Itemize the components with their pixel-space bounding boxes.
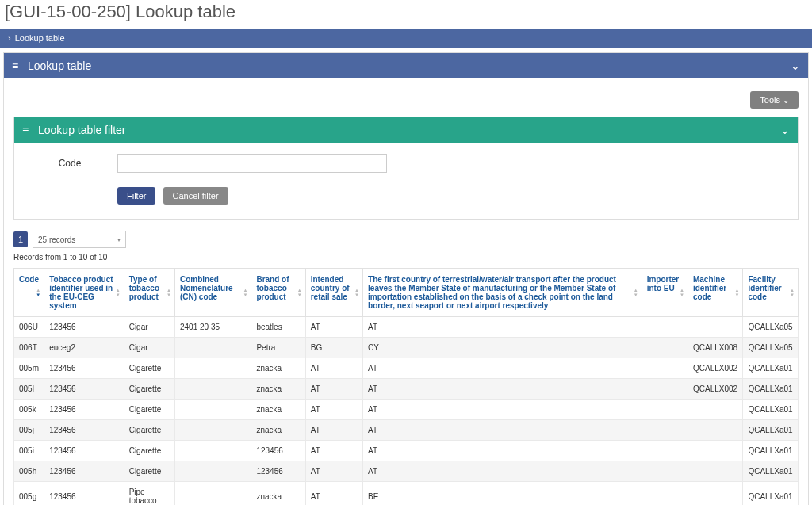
cell-importer <box>642 461 688 482</box>
cell-machine <box>688 482 742 506</box>
cell-importer <box>642 400 688 420</box>
breadcrumb: › Lookup table <box>0 29 812 48</box>
filter-panel-title: Lookup table filter <box>38 124 126 136</box>
cell-code: 005g <box>14 482 44 506</box>
cell-cn <box>174 482 251 506</box>
cell-importer <box>642 338 688 358</box>
col-header-country[interactable]: Intended country of retail sale▲▼ <box>305 269 362 317</box>
cell-brand: Petra <box>251 338 305 358</box>
cell-type: Cigarette <box>124 358 174 379</box>
code-input[interactable] <box>117 154 387 173</box>
col-header-tpi[interactable]: Tobacco product identifier used in the E… <box>44 269 124 317</box>
col-header-type[interactable]: Type of tobacco product▲▼ <box>124 269 174 317</box>
cell-first: AT <box>363 358 642 379</box>
main-panel-title: Lookup table <box>28 59 91 72</box>
menu-icon[interactable] <box>12 59 23 72</box>
cell-brand: znacka <box>251 400 305 420</box>
cell-tpi: 123456 <box>44 482 124 506</box>
table-row[interactable]: 006Teuceg2CigarPetraBGCYQCALLX008QCALLXa… <box>14 338 799 358</box>
cell-importer <box>642 482 688 506</box>
pager-top: 1 25 records <box>9 228 803 251</box>
table-row[interactable]: 005l123456CigaretteznackaATATQCALLX002QC… <box>14 379 799 400</box>
cell-machine <box>688 461 742 482</box>
chevron-right-icon: › <box>8 33 11 43</box>
cell-machine <box>688 420 742 441</box>
cell-facility: QCALLXa01 <box>743 379 799 400</box>
cell-first: BE <box>363 482 642 506</box>
cell-first: AT <box>363 379 642 400</box>
table-row[interactable]: 005i123456Cigarette123456ATATQCALLXa01 <box>14 441 799 461</box>
cell-facility: QCALLXa01 <box>743 441 799 461</box>
cell-cn <box>174 420 251 441</box>
cell-tpi: 123456 <box>44 420 124 441</box>
cell-first: AT <box>363 461 642 482</box>
cell-type: Cigar <box>124 317 174 338</box>
cell-country: AT <box>305 317 362 338</box>
cell-importer <box>642 358 688 379</box>
cell-importer <box>642 441 688 461</box>
table-row[interactable]: 005j123456CigaretteznackaATATQCALLXa01 <box>14 420 799 441</box>
cell-country: AT <box>305 461 362 482</box>
page-size-select[interactable]: 25 records <box>33 231 126 248</box>
cell-tpi: euceg2 <box>44 338 124 358</box>
cell-tpi: 123456 <box>44 358 124 379</box>
table-row[interactable]: 005h123456Cigarette123456ATATQCALLXa01 <box>14 461 799 482</box>
cell-code: 005k <box>14 400 44 420</box>
cell-type: Cigarette <box>124 379 174 400</box>
col-header-first[interactable]: The first country of terrestrial/water/a… <box>363 269 642 317</box>
tools-button[interactable]: Tools <box>750 91 799 109</box>
cell-type: Cigarette <box>124 441 174 461</box>
cell-importer <box>642 379 688 400</box>
cell-first: CY <box>363 338 642 358</box>
cell-brand: 123456 <box>251 441 305 461</box>
cell-country: AT <box>305 420 362 441</box>
col-header-importer[interactable]: Importer into EU▲▼ <box>642 269 688 317</box>
page-title: [GUI-15-00-250] Lookup table <box>0 0 812 29</box>
cell-machine <box>688 317 742 338</box>
cell-importer <box>642 317 688 338</box>
cell-cn <box>174 441 251 461</box>
cell-cn <box>174 461 251 482</box>
cell-code: 005i <box>14 441 44 461</box>
cell-machine: QCALLX002 <box>688 358 742 379</box>
cell-importer <box>642 420 688 441</box>
cell-tpi: 123456 <box>44 461 124 482</box>
cell-cn <box>174 338 251 358</box>
cell-brand: 123456 <box>251 461 305 482</box>
cell-tpi: 123456 <box>44 317 124 338</box>
cell-country: AT <box>305 400 362 420</box>
pager-page-1[interactable]: 1 <box>13 231 28 247</box>
cell-country: AT <box>305 482 362 506</box>
table-row[interactable]: 005k123456CigaretteznackaATATQCALLXa01 <box>14 400 799 420</box>
cell-brand: beatles <box>251 317 305 338</box>
cell-type: Cigarette <box>124 400 174 420</box>
chevron-down-icon[interactable]: ⌄ <box>791 59 800 72</box>
cell-cn <box>174 379 251 400</box>
col-header-machine[interactable]: Machine identifier code▲▼ <box>688 269 742 317</box>
cell-facility: QCALLXa01 <box>743 420 799 441</box>
col-header-facility[interactable]: Facility identifier code▲▼ <box>743 269 799 317</box>
cell-facility: QCALLXa01 <box>743 461 799 482</box>
main-panel: Lookup table ⌄ Tools Lookup table filter… <box>3 52 809 505</box>
records-info-top: Records from 1 to 10 of 10 <box>9 251 803 268</box>
cell-tpi: 123456 <box>44 379 124 400</box>
table-row[interactable]: 005g123456Pipe tobaccoznackaATBEQCALLXa0… <box>14 482 799 506</box>
cancel-filter-button[interactable]: Cancel filter <box>163 187 228 205</box>
table-row[interactable]: 006U123456Cigar2401 20 35beatlesATATQCAL… <box>14 317 799 338</box>
cell-first: AT <box>363 317 642 338</box>
col-header-code[interactable]: Code▲▼ <box>14 269 44 317</box>
cell-cn <box>174 400 251 420</box>
menu-icon[interactable] <box>22 124 33 136</box>
filter-panel-heading: Lookup table filter ⌄ <box>14 117 798 143</box>
chevron-down-icon[interactable]: ⌄ <box>780 124 790 136</box>
col-header-cn[interactable]: Combined Nomenclature (CN) code▲▼ <box>174 269 251 317</box>
cell-first: AT <box>363 420 642 441</box>
breadcrumb-item[interactable]: Lookup table <box>15 33 65 43</box>
cell-code: 006U <box>14 317 44 338</box>
table-row[interactable]: 005m123456CigaretteznackaATATQCALLX002QC… <box>14 358 799 379</box>
cell-code: 006T <box>14 338 44 358</box>
filter-button[interactable]: Filter <box>117 187 155 205</box>
cell-facility: QCALLXa05 <box>743 317 799 338</box>
col-header-brand[interactable]: Brand of tobacco product▲▼ <box>251 269 305 317</box>
cell-machine <box>688 400 742 420</box>
